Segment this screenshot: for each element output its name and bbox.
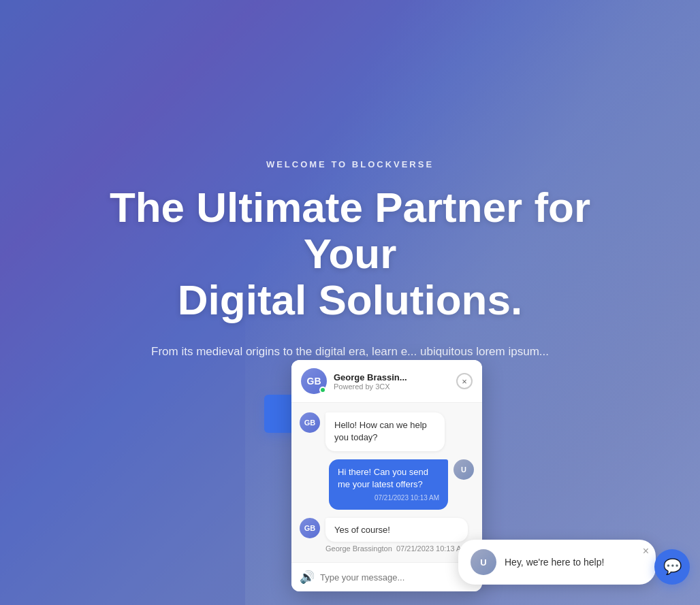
agent-name: George Brassin... (334, 372, 449, 382)
chat-popup: GB George Brassin... Powered by 3CX × GB… (291, 360, 482, 591)
reply-content: Yes of course! George Brassington 07/21/… (325, 518, 468, 553)
bubble-3: Yes of course! (325, 518, 468, 542)
msg-text-2: Hi there! Can you send me your latest of… (338, 467, 428, 489)
powered-by-label: Powered by 3CX (334, 382, 449, 391)
chat-messages: GB Hello! How can we help you today? U H… (291, 403, 482, 562)
online-indicator (319, 387, 326, 393)
message-2: U Hi there! Can you send me your latest … (300, 459, 474, 510)
audio-button[interactable]: 🔊 (300, 570, 315, 585)
chat-notification: U Hey, we're here to help! × (458, 540, 656, 585)
hero-title-line2: Digital Solutions. (178, 276, 522, 323)
chat-fab-button[interactable]: 💬 (654, 549, 690, 585)
msg-timestamp-2: 07/21/2023 10:13 AM (338, 493, 439, 503)
chat-close-button[interactable]: × (456, 373, 473, 389)
hero-title: The Ultimate Partner for Your Digital So… (91, 184, 609, 324)
chat-text-input[interactable] (320, 572, 460, 583)
welcome-label: WELCOME TO BLOCKVERSE (266, 159, 434, 169)
message-3: GB Yes of course! George Brassington 07/… (300, 518, 474, 553)
agent-label-msg3: George Brassington 07/21/2023 10:13 AM (325, 544, 468, 553)
message-1: GB Hello! How can we help you today? (300, 412, 474, 451)
bubble-2: Hi there! Can you send me your latest of… (329, 459, 448, 510)
chat-header-info: George Brassin... Powered by 3CX (334, 372, 449, 391)
agent-avatar-msg3: GB (300, 518, 320, 538)
chat-input-area: 🔊 ➤ (291, 562, 482, 591)
chat-fab-icon: 💬 (663, 558, 682, 576)
notif-text: Hey, we're here to help! (505, 557, 604, 568)
agent-avatar: GB (301, 368, 327, 394)
user-avatar-msg2: U (454, 459, 474, 480)
bubble-1: Hello! How can we help you today? (325, 412, 445, 451)
notif-close-button[interactable]: × (643, 545, 649, 557)
hero-title-line1: The Ultimate Partner for Your (110, 184, 590, 277)
notif-avatar: U (471, 549, 496, 575)
chat-header: GB George Brassin... Powered by 3CX × (291, 360, 482, 403)
msg-text-3: Yes of course! (334, 525, 390, 535)
msg-text-1: Hello! How can we help you today? (334, 420, 427, 442)
agent-avatar-msg1: GB (300, 412, 320, 433)
hero-subtitle: From its medieval origins to the digital… (151, 342, 549, 361)
